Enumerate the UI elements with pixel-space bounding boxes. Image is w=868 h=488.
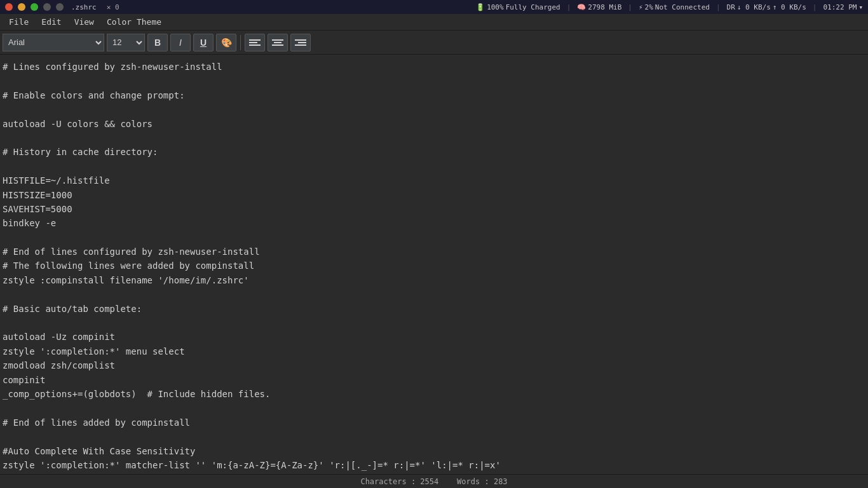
font-selector[interactable]: Arial [3,34,104,51]
status-bar: Characters : 2554 Words : 283 [0,474,868,488]
menu-file[interactable]: File [3,16,35,28]
characters-label: Characters : 2554 Words : 283 [360,477,507,486]
battery-indicator: 🔋 100% Fully Charged [476,3,560,11]
system-bar-left: .zshrc ✕ 0 [5,3,119,11]
align-left-button[interactable] [245,34,265,51]
menu-bar: File Edit View Color Theme [0,14,868,30]
memory-usage: 2798 MiB [588,3,621,11]
align-center-icon [272,39,283,46]
menu-view[interactable]: View [68,16,100,28]
system-bar-right: 🔋 100% Fully Charged | 🧠 2798 MiB | ⚡ 2%… [476,3,863,11]
time-display: 01:22 PM [823,3,857,11]
align-right-button[interactable] [290,34,311,51]
toolbar-separator [240,35,241,50]
window-control-dark2 [56,3,64,11]
memory-indicator: 🧠 2798 MiB [577,3,621,11]
paint-button[interactable]: 🎨 [216,34,236,51]
menu-edit[interactable]: Edit [35,16,67,28]
size-selector[interactable]: 12 [107,34,145,51]
sep2: | [628,3,632,11]
cpu-percent: 2% [645,3,653,11]
window-control-dark1 [43,3,51,11]
cpu-indicator: ⚡ 2% Not Connected [639,3,710,11]
sep3: | [716,3,721,11]
network-indicator: DR ↓ 0 KB/s ↑ 0 KB/s [727,3,806,11]
battery-icon: 🔋 [476,3,485,11]
download-speed: ↓ 0 KB/s [737,3,771,11]
bold-button[interactable]: B [147,34,168,51]
system-bar: .zshrc ✕ 0 🔋 100% Fully Charged | 🧠 2798… [0,0,868,14]
underline-button[interactable]: U [193,34,214,51]
window-control-minimize[interactable] [18,3,25,11]
paint-icon: 🎨 [221,37,232,48]
align-left-icon [249,39,261,46]
window-control-close[interactable] [5,3,13,11]
battery-status: Fully Charged [506,3,560,11]
align-center-button[interactable] [268,34,288,51]
clock: 01:22 PM ▾ [823,3,863,11]
sep4: | [813,3,817,11]
memory-icon: 🧠 [577,3,586,11]
sep1: | [567,3,571,11]
editor-wrapper: # Lines configured by zsh-newuser-instal… [0,55,868,474]
toolbar: Arial 12 B I U 🎨 [0,30,868,55]
upload-speed: ↑ 0 KB/s [773,3,806,11]
battery-percent: 100% [487,3,504,11]
window-title: .zshrc [71,3,97,11]
editor-content[interactable]: # Lines configured by zsh-newuser-instal… [0,55,868,474]
menu-color-theme[interactable]: Color Theme [100,16,168,28]
italic-button[interactable]: I [170,34,191,51]
align-right-icon [295,39,306,46]
network-label: DR [727,3,735,11]
cpu-icon: ⚡ [639,3,643,11]
window-control-maximize[interactable] [31,3,38,11]
chevron-down-icon: ▾ [858,3,863,11]
workspace-indicator: ✕ 0 [107,3,119,11]
network-status: Not Connected [655,3,710,11]
